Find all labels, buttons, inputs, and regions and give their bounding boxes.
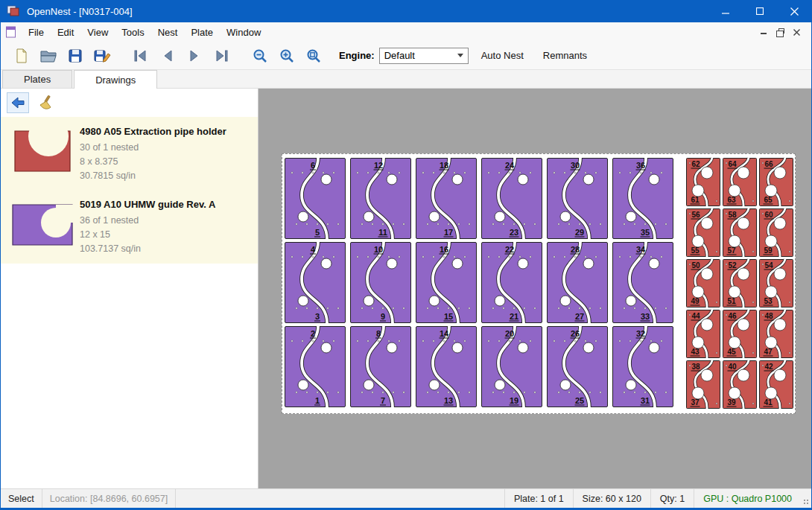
nested-guide-pair[interactable]: 1413 — [416, 326, 477, 407]
menu-tools[interactable]: Tools — [115, 23, 150, 42]
svg-text:56: 56 — [691, 211, 700, 219]
svg-text:48: 48 — [764, 312, 773, 320]
nested-holder-pair[interactable]: 5251 — [723, 259, 757, 307]
nested-guide-pair[interactable]: 43 — [285, 242, 346, 323]
nested-guide-pair[interactable]: 65 — [285, 158, 346, 239]
next-plate-button[interactable] — [181, 45, 208, 67]
svg-text:7: 7 — [381, 396, 385, 405]
engine-value: Default — [384, 50, 415, 61]
save-as-button[interactable] — [89, 45, 115, 67]
nested-guide-pair[interactable]: 3231 — [613, 326, 673, 407]
close-button[interactable] — [777, 0, 811, 22]
zoom-out-button[interactable] — [247, 45, 273, 67]
drawing-item-1[interactable]: 5019 A10 UHMW guide Rev. A 36 of 1 neste… — [1, 190, 258, 263]
nest-canvas[interactable]: 6512111817242330293635431091615222128273… — [258, 89, 811, 488]
nested-guide-pair[interactable]: 21 — [285, 326, 346, 407]
zoom-out-icon — [252, 48, 268, 64]
menu-view[interactable]: View — [80, 23, 115, 42]
last-plate-button[interactable] — [208, 45, 235, 67]
plate[interactable]: 6512111817242330293635431091615222128273… — [282, 153, 796, 414]
first-plate-button[interactable] — [127, 45, 154, 67]
nested-holder-pair[interactable]: 5049 — [687, 259, 720, 307]
clean-button[interactable] — [34, 92, 56, 113]
nested-guide-pair[interactable]: 3029 — [548, 158, 608, 239]
svg-text:53: 53 — [764, 297, 773, 305]
previous-arrow-icon — [159, 48, 176, 64]
save-button[interactable] — [62, 45, 89, 67]
drawing-thumbnail — [5, 193, 80, 255]
nested-guide-pair[interactable]: 2827 — [548, 242, 608, 323]
svg-text:47: 47 — [764, 348, 773, 356]
menu-window[interactable]: Window — [220, 23, 267, 42]
nested-holder-pair[interactable]: 5857 — [723, 208, 757, 257]
pipe-holder-thumbnail — [10, 127, 75, 175]
menu-bar: FileEditViewToolsNestPlateWindow — [1, 22, 811, 42]
svg-text:23: 23 — [510, 228, 518, 237]
nested-holder-pair[interactable]: 4443 — [687, 310, 720, 358]
menu-edit[interactable]: Edit — [51, 23, 80, 42]
mdi-minimize-button[interactable] — [755, 25, 772, 39]
nested-guide-pair[interactable]: 1615 — [416, 242, 477, 323]
mdi-close-button[interactable] — [788, 25, 805, 39]
svg-text:62: 62 — [691, 160, 700, 168]
drawing-item-0[interactable]: 4980 A05 Extraction pipe holder 30 of 1 … — [1, 117, 258, 190]
previous-plate-button[interactable] — [154, 45, 181, 67]
nested-holder-pair[interactable]: 6665 — [760, 158, 793, 206]
zoom-fit-button[interactable] — [300, 45, 327, 67]
tab-drawings[interactable]: Drawings — [74, 70, 157, 89]
nested-holder-pair[interactable]: 6463 — [723, 158, 757, 206]
remnants-button[interactable]: Remnants — [536, 45, 594, 66]
svg-text:27: 27 — [575, 312, 584, 321]
status-gpu: GPU : Quadro P1000 — [694, 489, 801, 508]
nested-guide-pair[interactable]: 3635 — [613, 158, 673, 239]
drawing-meta: 4980 A05 Extraction pipe holder 30 of 1 … — [80, 120, 226, 182]
zoom-in-icon — [279, 48, 295, 64]
new-document-icon — [13, 48, 30, 64]
nested-holder-pair[interactable]: 4039 — [723, 360, 757, 409]
menu-file[interactable]: File — [22, 23, 51, 42]
new-button[interactable] — [8, 45, 35, 67]
restore-icon — [778, 28, 784, 34]
nested-guide-pair[interactable]: 2221 — [482, 242, 542, 323]
nested-holder-pair[interactable]: 4645 — [723, 310, 757, 358]
auto-nest-button[interactable]: Auto Nest — [475, 45, 530, 66]
nested-holder-pair[interactable]: 5655 — [687, 208, 720, 257]
window-title: OpenNest - [N0317-004] — [27, 6, 133, 17]
svg-text:2: 2 — [311, 329, 315, 338]
nested-guide-pair[interactable]: 2625 — [548, 326, 608, 407]
mdi-restore-button[interactable] — [772, 25, 788, 39]
svg-text:34: 34 — [636, 245, 646, 254]
nested-holder-pair[interactable]: 3837 — [687, 360, 720, 409]
nested-guide-pair[interactable]: 1211 — [351, 158, 411, 239]
svg-text:49: 49 — [691, 297, 700, 305]
minimize-button[interactable] — [708, 0, 743, 22]
svg-text:14: 14 — [440, 329, 449, 338]
nested-holder-pair[interactable]: 4847 — [760, 310, 793, 358]
nested-guide-pair[interactable]: 2423 — [482, 158, 542, 239]
open-button[interactable] — [35, 45, 62, 67]
menu-nest[interactable]: Nest — [151, 23, 185, 42]
maximize-button[interactable] — [743, 0, 777, 22]
nested-holder-pair[interactable]: 6261 — [687, 158, 720, 206]
svg-text:63: 63 — [727, 196, 736, 204]
resize-grip[interactable] — [801, 489, 811, 508]
minimize-icon — [761, 30, 767, 34]
svg-text:38: 38 — [691, 363, 700, 371]
nested-holder-pair[interactable]: 5453 — [760, 259, 793, 307]
engine-select[interactable]: Default — [379, 48, 469, 64]
replace-drawing-button[interactable] — [7, 92, 29, 113]
nested-guide-pair[interactable]: 3433 — [613, 242, 673, 323]
menu-plate[interactable]: Plate — [184, 23, 220, 42]
blue-arrow-icon — [10, 95, 26, 110]
svg-text:55: 55 — [691, 246, 700, 255]
nest-layout[interactable]: 6512111817242330293635431091615222128273… — [282, 154, 795, 413]
zoom-in-button[interactable] — [273, 45, 300, 67]
nested-guide-pair[interactable]: 87 — [351, 326, 411, 407]
nested-guide-pair[interactable]: 109 — [351, 242, 411, 323]
nested-guide-pair[interactable]: 2019 — [482, 326, 542, 407]
nested-guide-pair[interactable]: 1817 — [416, 158, 477, 239]
window-controls — [708, 0, 811, 22]
nested-holder-pair[interactable]: 4241 — [760, 360, 793, 409]
tab-plates[interactable]: Plates — [2, 70, 72, 88]
nested-holder-pair[interactable]: 6059 — [760, 208, 793, 257]
